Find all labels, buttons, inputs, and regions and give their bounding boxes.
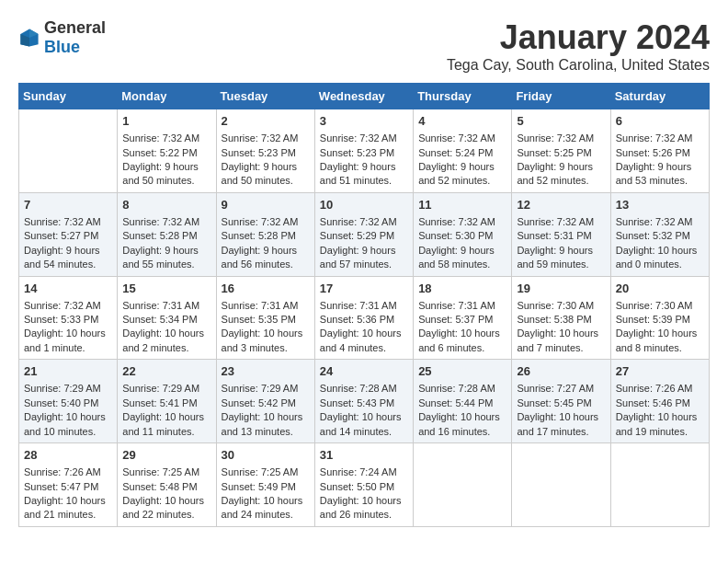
sunrise-text: Sunrise: 7:32 AM [616, 132, 693, 144]
day-number: 9 [222, 197, 310, 213]
daylight-text: Daylight: 9 hours and 51 minutes. [320, 161, 396, 186]
calendar-cell-w2-d1: 7Sunrise: 7:32 AMSunset: 5:27 PMDaylight… [19, 192, 118, 276]
daylight-text: Daylight: 10 hours and 1 minute. [24, 327, 106, 352]
sunrise-text: Sunrise: 7:32 AM [222, 216, 299, 227]
daylight-text: Daylight: 10 hours and 14 minutes. [320, 411, 402, 436]
sunrise-text: Sunrise: 7:28 AM [320, 383, 397, 394]
daylight-text: Daylight: 9 hours and 50 minutes. [222, 161, 298, 186]
daylight-text: Daylight: 10 hours and 6 minutes. [418, 327, 500, 352]
sunset-text: Sunset: 5:36 PM [320, 314, 394, 325]
daylight-text: Daylight: 9 hours and 58 minutes. [418, 245, 495, 270]
calendar-cell-w5-d4: 31Sunrise: 7:24 AMSunset: 5:50 PMDayligh… [314, 443, 413, 527]
sunrise-text: Sunrise: 7:25 AM [222, 466, 299, 477]
daylight-text: Daylight: 10 hours and 3 minutes. [222, 327, 303, 352]
title-block: January 2024 Tega Cay, South Carolina, U… [447, 18, 710, 74]
sunrise-text: Sunrise: 7:32 AM [122, 132, 199, 144]
sunset-text: Sunset: 5:42 PM [222, 397, 296, 408]
sunset-text: Sunset: 5:38 PM [517, 314, 591, 325]
calendar-cell-w2-d2: 8Sunrise: 7:32 AMSunset: 5:28 PMDaylight… [118, 192, 216, 276]
day-number: 4 [418, 113, 506, 130]
daylight-text: Daylight: 10 hours and 17 minutes. [517, 411, 598, 436]
day-number: 25 [418, 363, 506, 380]
sunset-text: Sunset: 5:30 PM [418, 230, 493, 241]
sunrise-text: Sunrise: 7:29 AM [122, 383, 199, 394]
day-number: 15 [122, 281, 210, 297]
daylight-text: Daylight: 9 hours and 50 minutes. [122, 161, 199, 186]
calendar-cell-w4-d1: 21Sunrise: 7:29 AMSunset: 5:40 PMDayligh… [19, 360, 118, 443]
header-thursday: Thursday [414, 84, 512, 109]
sunrise-text: Sunrise: 7:32 AM [320, 132, 397, 144]
calendar-cell-w2-d7: 13Sunrise: 7:32 AMSunset: 5:32 PMDayligh… [610, 192, 709, 276]
daylight-text: Daylight: 9 hours and 52 minutes. [517, 161, 593, 186]
sunrise-text: Sunrise: 7:28 AM [418, 383, 495, 394]
logo-icon [18, 27, 40, 49]
sunrise-text: Sunrise: 7:27 AM [517, 383, 594, 394]
daylight-text: Daylight: 10 hours and 13 minutes. [222, 411, 303, 436]
daylight-text: Daylight: 10 hours and 4 minutes. [320, 327, 402, 352]
sunset-text: Sunset: 5:43 PM [320, 397, 394, 408]
daylight-text: Daylight: 10 hours and 7 minutes. [517, 327, 598, 352]
daylight-text: Daylight: 10 hours and 11 minutes. [122, 411, 204, 436]
sunrise-text: Sunrise: 7:32 AM [320, 216, 397, 227]
daylight-text: Daylight: 9 hours and 57 minutes. [320, 245, 396, 270]
day-number: 19 [517, 281, 605, 297]
header-wednesday: Wednesday [314, 84, 413, 109]
day-number: 23 [222, 363, 310, 380]
sunrise-text: Sunrise: 7:32 AM [24, 300, 101, 311]
sunrise-text: Sunrise: 7:25 AM [122, 466, 199, 477]
sunrise-text: Sunrise: 7:26 AM [616, 383, 693, 394]
calendar-cell-w5-d5 [414, 443, 512, 527]
sunset-text: Sunset: 5:32 PM [616, 230, 690, 241]
daylight-text: Daylight: 10 hours and 26 minutes. [320, 495, 402, 520]
sunrise-text: Sunrise: 7:30 AM [616, 300, 693, 311]
sunset-text: Sunset: 5:44 PM [418, 397, 493, 408]
day-number: 13 [616, 197, 704, 213]
daylight-text: Daylight: 10 hours and 21 minutes. [24, 495, 106, 520]
daylight-text: Daylight: 9 hours and 54 minutes. [24, 245, 100, 270]
daylight-text: Daylight: 10 hours and 19 minutes. [616, 411, 698, 436]
calendar-subtitle: Tega Cay, South Carolina, United States [447, 57, 710, 74]
day-number: 10 [320, 197, 408, 213]
day-number: 30 [222, 447, 310, 464]
calendar-cell-w2-d6: 12Sunrise: 7:32 AMSunset: 5:31 PMDayligh… [512, 192, 610, 276]
sunset-text: Sunset: 5:48 PM [122, 481, 197, 492]
week-row-1: 1Sunrise: 7:32 AMSunset: 5:22 PMDaylight… [19, 109, 710, 193]
daylight-text: Daylight: 9 hours and 59 minutes. [517, 245, 593, 270]
calendar-cell-w5-d1: 28Sunrise: 7:26 AMSunset: 5:47 PMDayligh… [19, 443, 118, 527]
sunset-text: Sunset: 5:46 PM [616, 397, 690, 408]
day-number: 1 [122, 113, 210, 130]
day-number: 21 [24, 363, 112, 380]
calendar-cell-w3-d2: 15Sunrise: 7:31 AMSunset: 5:34 PMDayligh… [118, 276, 216, 360]
calendar-cell-w3-d3: 16Sunrise: 7:31 AMSunset: 5:35 PMDayligh… [216, 276, 314, 360]
day-number: 8 [122, 197, 210, 213]
day-number: 12 [517, 197, 605, 213]
calendar-cell-w1-d6: 5Sunrise: 7:32 AMSunset: 5:25 PMDaylight… [512, 109, 610, 193]
day-number: 7 [24, 197, 112, 213]
calendar-cell-w1-d5: 4Sunrise: 7:32 AMSunset: 5:24 PMDaylight… [414, 109, 512, 193]
sunrise-text: Sunrise: 7:32 AM [517, 216, 594, 227]
week-row-5: 28Sunrise: 7:26 AMSunset: 5:47 PMDayligh… [19, 443, 710, 527]
calendar-cell-w3-d7: 20Sunrise: 7:30 AMSunset: 5:39 PMDayligh… [610, 276, 709, 360]
daylight-text: Daylight: 10 hours and 2 minutes. [122, 327, 204, 352]
calendar-cell-w4-d4: 24Sunrise: 7:28 AMSunset: 5:43 PMDayligh… [314, 360, 413, 443]
calendar-cell-w5-d6 [512, 443, 610, 527]
header-friday: Friday [512, 84, 610, 109]
daylight-text: Daylight: 10 hours and 22 minutes. [122, 495, 204, 520]
sunset-text: Sunset: 5:24 PM [418, 147, 493, 158]
calendar-cell-w1-d4: 3Sunrise: 7:32 AMSunset: 5:23 PMDaylight… [314, 109, 413, 193]
sunset-text: Sunset: 5:25 PM [517, 147, 591, 158]
sunset-text: Sunset: 5:26 PM [616, 147, 690, 158]
sunrise-text: Sunrise: 7:32 AM [616, 216, 693, 227]
sunset-text: Sunset: 5:37 PM [418, 314, 493, 325]
sunset-text: Sunset: 5:41 PM [122, 397, 197, 408]
day-number: 29 [122, 447, 210, 464]
sunrise-text: Sunrise: 7:29 AM [24, 383, 101, 394]
sunrise-text: Sunrise: 7:32 AM [418, 132, 495, 144]
day-number: 14 [24, 281, 112, 297]
sunrise-text: Sunrise: 7:26 AM [24, 466, 101, 477]
calendar-cell-w1-d2: 1Sunrise: 7:32 AMSunset: 5:22 PMDaylight… [118, 109, 216, 193]
calendar-cell-w2-d4: 10Sunrise: 7:32 AMSunset: 5:29 PMDayligh… [314, 192, 413, 276]
sunset-text: Sunset: 5:45 PM [517, 397, 591, 408]
logo-blue: Blue [44, 38, 80, 56]
sunset-text: Sunset: 5:28 PM [122, 230, 197, 241]
